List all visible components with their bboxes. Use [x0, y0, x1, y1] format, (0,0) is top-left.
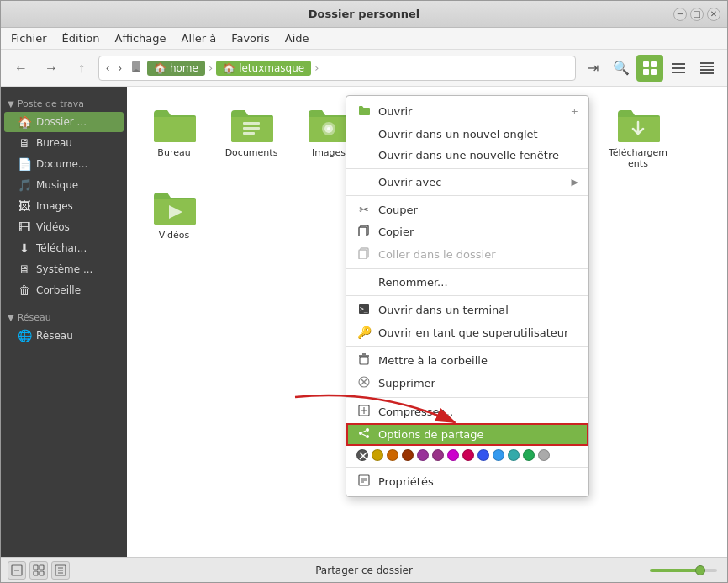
- grid-view-icon: [642, 61, 657, 76]
- menu-aide[interactable]: Aide: [278, 30, 316, 46]
- location-back-button[interactable]: ‹: [103, 60, 113, 76]
- color-swatches-row: [346, 446, 588, 464]
- svg-rect-14: [243, 127, 260, 130]
- menu-aller-a[interactable]: Aller à: [175, 30, 224, 46]
- ctx-properties[interactable]: Propriétés: [346, 470, 588, 493]
- zoom-slider[interactable]: [650, 569, 717, 572]
- sidebar-item-trash[interactable]: 🗑 Corbeille: [4, 280, 124, 300]
- cut-icon: ✂: [356, 203, 372, 216]
- sidebar-item-system[interactable]: 🖥 Système ...: [4, 259, 124, 279]
- folder-bureau[interactable]: Bureau: [140, 100, 208, 172]
- swatch-magenta[interactable]: [447, 449, 459, 461]
- ctx-delete-label: Supprimer: [378, 377, 578, 390]
- sidebar-item-downloads[interactable]: ⬇ Téléchar...: [4, 238, 124, 258]
- location-forward-button[interactable]: ›: [114, 60, 124, 76]
- swatch-dark-pink[interactable]: [462, 449, 474, 461]
- ctx-open-new-tab-label: Ouvrir dans un nouvel onglet: [378, 128, 578, 140]
- zoom-thumb[interactable]: [695, 565, 705, 575]
- ctx-open-terminal[interactable]: >_ Ouvrir dans un terminal: [346, 299, 588, 321]
- minimize-button[interactable]: −: [673, 8, 687, 21]
- folder-telechargements[interactable]: Téléchargements: [604, 100, 672, 172]
- statusbar-btn-3[interactable]: [51, 561, 70, 580]
- swatch-orange[interactable]: [387, 449, 398, 461]
- menu-fichier[interactable]: Fichier: [4, 30, 54, 46]
- ctx-compress[interactable]: Compresser...: [346, 400, 588, 423]
- sidebar-item-home[interactable]: 🏠 Dossier ...: [4, 112, 124, 132]
- location-home[interactable]: 🏠 home: [147, 61, 205, 76]
- back-button[interactable]: ←: [8, 55, 34, 82]
- svg-rect-24: [359, 227, 367, 236]
- ctx-open[interactable]: Ouvrir +: [346, 99, 588, 124]
- restore-button[interactable]: ⇥: [579, 55, 606, 82]
- statusbar-icon-1: [11, 564, 23, 576]
- sidebar-item-music[interactable]: 🎵 Musique: [4, 175, 124, 195]
- menu-favoris[interactable]: Favoris: [224, 30, 277, 46]
- compact-view-button[interactable]: [694, 55, 720, 82]
- list-view-button[interactable]: [665, 55, 692, 82]
- svg-point-38: [366, 428, 369, 432]
- swatch-purple[interactable]: [432, 449, 444, 461]
- menu-edition[interactable]: Édition: [55, 30, 107, 46]
- swatch-gray[interactable]: [538, 449, 550, 461]
- svg-rect-3: [651, 61, 657, 67]
- context-menu: Ouvrir + Ouvrir dans un nouvel onglet Ou…: [346, 95, 589, 497]
- network-icon: 🌐: [18, 329, 31, 342]
- swatch-dark-purple[interactable]: [417, 449, 429, 461]
- ctx-compress-label: Compresser...: [378, 405, 578, 418]
- ctx-sep-1: [346, 168, 588, 169]
- swatch-blue[interactable]: [477, 449, 489, 461]
- folder-videos[interactable]: Vidéos: [140, 183, 208, 244]
- statusbar-left-buttons: [8, 561, 70, 580]
- icon-view-button[interactable]: [636, 55, 663, 82]
- ctx-copy-label: Copier: [378, 225, 578, 238]
- location-bookmark-button[interactable]: [127, 59, 145, 77]
- svg-rect-10: [700, 66, 714, 67]
- svg-rect-54: [34, 571, 38, 575]
- svg-line-41: [362, 431, 366, 432]
- svg-rect-7: [672, 67, 685, 69]
- svg-rect-13: [243, 122, 260, 125]
- folder-documents[interactable]: Documents: [218, 100, 285, 172]
- svg-rect-8: [672, 72, 685, 73]
- documents-icon: 📄: [18, 157, 31, 171]
- location-current-folder[interactable]: 🏠 letuxmasque: [216, 61, 311, 76]
- statusbar-btn-2[interactable]: [29, 561, 48, 580]
- sidebar-section-network: ▼ Réseau: [1, 307, 127, 325]
- sidebar-item-images[interactable]: 🖼 Images: [4, 196, 124, 216]
- ctx-trash[interactable]: Mettre à la corbeille: [346, 349, 588, 372]
- ctx-delete[interactable]: Supprimer: [346, 372, 588, 395]
- swatch-brown[interactable]: [402, 449, 414, 461]
- trash-icon: 🗑: [18, 284, 31, 297]
- ctx-open-new-window[interactable]: Ouvrir dans une nouvelle fenêtre: [346, 145, 588, 166]
- restore-button[interactable]: □: [690, 8, 704, 21]
- swatch-green[interactable]: [523, 449, 535, 461]
- ctx-open-with[interactable]: Ouvrir avec ▶: [346, 172, 588, 193]
- swatch-yellow[interactable]: [372, 449, 383, 461]
- swatch-teal[interactable]: [508, 449, 520, 461]
- ctx-cut-label: Couper: [378, 204, 578, 216]
- share-icon: [356, 427, 372, 442]
- search-button[interactable]: 🔍: [608, 55, 635, 82]
- menu-affichage[interactable]: Affichage: [108, 30, 172, 46]
- folder-bureau-label: Bureau: [157, 147, 190, 158]
- ctx-open-root[interactable]: 🔑 Ouvrir en tant que superutilisateur: [346, 321, 588, 343]
- ctx-trash-label: Mettre à la corbeille: [378, 354, 578, 367]
- swatch-remove[interactable]: [356, 449, 368, 461]
- statusbar-btn-1[interactable]: [8, 561, 26, 580]
- sidebar-item-videos[interactable]: 🎞 Vidéos: [4, 217, 124, 237]
- forward-button[interactable]: →: [38, 55, 65, 82]
- sidebar-item-bureau[interactable]: 🖥 Bureau: [4, 133, 124, 153]
- main-window: Dossier personnel − □ ✕ Fichier Édition …: [0, 0, 728, 583]
- sidebar-item-documents[interactable]: 📄 Docume...: [4, 154, 124, 174]
- up-button[interactable]: ↑: [68, 55, 95, 82]
- statusbar: Partager ce dossier: [1, 557, 727, 582]
- sidebar-item-network[interactable]: 🌐 Réseau: [4, 326, 124, 346]
- ctx-copy[interactable]: Copier: [346, 220, 588, 243]
- close-button[interactable]: ✕: [707, 8, 720, 21]
- ctx-share-options[interactable]: Options de partage: [346, 423, 588, 446]
- swatch-light-blue[interactable]: [493, 449, 504, 461]
- ctx-open-new-tab[interactable]: Ouvrir dans un nouvel onglet: [346, 124, 588, 145]
- ctx-rename[interactable]: Renommer...: [346, 272, 588, 293]
- svg-rect-12: [700, 72, 714, 74]
- ctx-cut[interactable]: ✂ Couper: [346, 199, 588, 220]
